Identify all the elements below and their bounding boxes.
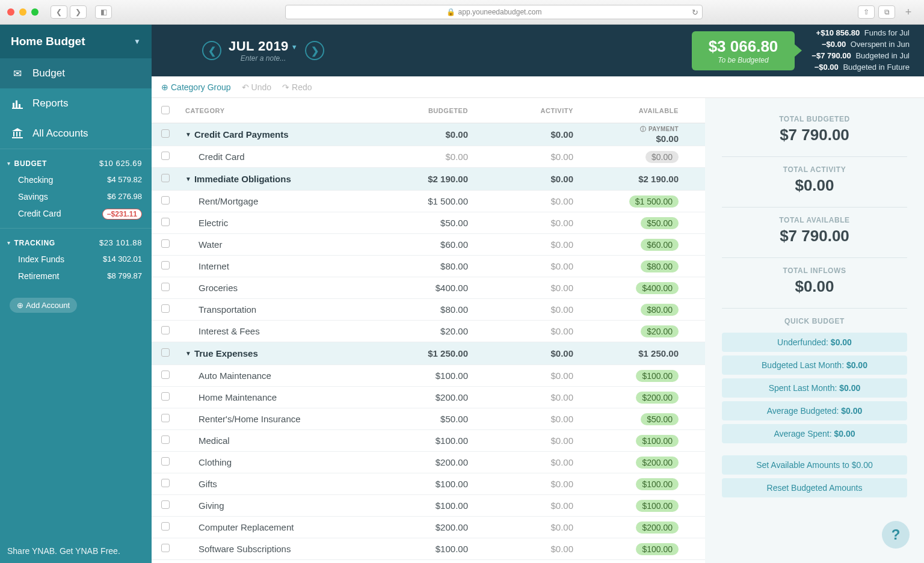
sidebar-footer[interactable]: Share YNAB. Get YNAB Free. xyxy=(0,539,152,563)
available-pill[interactable]: $60.00 xyxy=(641,239,679,251)
category-row[interactable]: Renter's/Home Insurance $50.00 $0.00 $50… xyxy=(152,408,705,430)
available-pill[interactable]: $100.00 xyxy=(636,435,679,447)
collapse-icon[interactable]: ▼ xyxy=(185,350,191,357)
category-row[interactable]: Electric $50.00 $0.00 $50.00 xyxy=(152,212,705,234)
available-pill[interactable]: $50.00 xyxy=(641,413,679,425)
available-pill[interactable]: $100.00 xyxy=(636,500,679,512)
category-row[interactable]: Transportation $80.00 $0.00 $80.00 xyxy=(152,299,705,321)
account-row[interactable]: Index Funds$14 302.01 xyxy=(0,251,152,268)
collapse-icon[interactable]: ▼ xyxy=(185,176,191,182)
budgeted-cell[interactable]: $100.00 xyxy=(380,544,485,554)
add-category-group-button[interactable]: ⊕ Category Group xyxy=(161,82,231,92)
category-row[interactable]: Giving $100.00 $0.00 $100.00 xyxy=(152,495,705,517)
row-checkbox[interactable] xyxy=(161,544,170,552)
budgeted-cell[interactable]: $20.00 xyxy=(380,326,485,336)
budgeted-cell[interactable]: $60.00 xyxy=(380,239,485,250)
row-checkbox[interactable] xyxy=(161,304,170,313)
available-pill[interactable]: $50.00 xyxy=(641,217,679,229)
row-checkbox[interactable] xyxy=(161,414,170,422)
category-row[interactable]: Gifts $100.00 $0.00 $100.00 xyxy=(152,473,705,495)
available-pill[interactable]: $200.00 xyxy=(636,457,679,469)
group-checkbox[interactable] xyxy=(161,348,170,357)
quick-budget-button[interactable]: Underfunded: $0.00 xyxy=(722,333,907,352)
budgeted-cell[interactable]: $100.00 xyxy=(380,500,485,511)
nav-reports[interactable]: Reports xyxy=(0,88,152,118)
available-pill[interactable]: $100.00 xyxy=(636,478,679,490)
quick-budget-button[interactable]: Average Budgeted: $0.00 xyxy=(722,401,907,420)
maximize-window[interactable] xyxy=(31,8,38,16)
row-checkbox[interactable] xyxy=(161,392,170,401)
sidebar-toggle[interactable]: ◧ xyxy=(95,5,112,19)
collapse-icon[interactable]: ▼ xyxy=(185,131,191,138)
next-month-button[interactable]: ❯ xyxy=(305,41,324,60)
account-row[interactable]: Retirement$8 799.87 xyxy=(0,268,152,285)
row-checkbox[interactable] xyxy=(161,522,170,531)
category-row[interactable]: Home Maintenance $200.00 $0.00 $200.00 xyxy=(152,387,705,408)
row-checkbox[interactable] xyxy=(161,326,170,334)
redo-button[interactable]: ↷ Redo xyxy=(282,82,312,92)
category-group-row[interactable]: ▼ True Expenses $1 250.00 $0.00 $1 250.0… xyxy=(152,342,705,365)
url-bar[interactable]: 🔒 app.youneedabudget.com ↻ xyxy=(285,5,703,19)
available-pill[interactable]: $100.00 xyxy=(636,370,679,382)
select-all-checkbox[interactable] xyxy=(161,106,170,114)
row-checkbox[interactable] xyxy=(161,283,170,291)
row-checkbox[interactable] xyxy=(161,261,170,269)
budgeted-cell[interactable]: $200.00 xyxy=(380,522,485,532)
available-pill[interactable]: $200.00 xyxy=(636,392,679,404)
budget-selector[interactable]: Home Budget ▼ xyxy=(0,25,152,58)
category-group-row[interactable]: ▼ Immediate Obligations $2 190.00 $0.00 … xyxy=(152,168,705,191)
month-label[interactable]: JUL 2019▼ xyxy=(229,38,298,54)
undo-button[interactable]: ↶ Undo xyxy=(242,82,271,92)
account-section-header[interactable]: ▾TRACKING$23 101.88 xyxy=(0,233,152,251)
account-row[interactable]: Checking$4 579.82 xyxy=(0,171,152,188)
prev-month-button[interactable]: ❮ xyxy=(202,41,221,60)
quick-budget-action[interactable]: Set Available Amounts to $0.00 xyxy=(722,455,907,475)
budgeted-cell[interactable]: $80.00 xyxy=(380,261,485,271)
row-checkbox[interactable] xyxy=(161,196,170,205)
add-account-button[interactable]: ⊕ Add Account xyxy=(10,298,77,313)
category-row[interactable]: Interest & Fees $20.00 $0.00 $20.00 xyxy=(152,321,705,342)
budgeted-cell[interactable]: $100.00 xyxy=(380,435,485,446)
category-row[interactable]: Water $60.00 $0.00 $60.00 xyxy=(152,234,705,256)
row-checkbox[interactable] xyxy=(161,479,170,487)
available-pill[interactable]: $0.00 xyxy=(645,151,679,163)
available-pill[interactable]: $400.00 xyxy=(636,282,679,294)
category-row[interactable]: Medical $100.00 $0.00 $100.00 xyxy=(152,430,705,452)
new-tab-button[interactable]: + xyxy=(900,6,917,19)
category-row[interactable]: Auto Maintenance $100.00 $0.00 $100.00 xyxy=(152,365,705,387)
budgeted-cell[interactable]: $200.00 xyxy=(380,457,485,467)
quick-budget-button[interactable]: Average Spent: $0.00 xyxy=(722,424,907,443)
account-section-header[interactable]: ▾BUDGET$10 625.69 xyxy=(0,154,152,171)
group-checkbox[interactable] xyxy=(161,129,170,138)
row-checkbox[interactable] xyxy=(161,371,170,379)
row-checkbox[interactable] xyxy=(161,435,170,444)
category-row[interactable]: Software Subscriptions $100.00 $0.00 $10… xyxy=(152,538,705,560)
category-row[interactable]: Credit Card $0.00 $0.00 $0.00 xyxy=(152,146,705,168)
group-checkbox[interactable] xyxy=(161,174,170,182)
category-row[interactable]: Clothing $200.00 $0.00 $200.00 xyxy=(152,452,705,473)
available-pill[interactable]: $80.00 xyxy=(641,304,679,316)
category-row[interactable]: Rent/Mortgage $1 500.00 $0.00 $1 500.00 xyxy=(152,191,705,212)
quick-budget-button[interactable]: Budgeted Last Month: $0.00 xyxy=(722,355,907,375)
row-checkbox[interactable] xyxy=(161,218,170,226)
available-pill[interactable]: $100.00 xyxy=(636,543,679,555)
category-row[interactable]: Computer Replacement $200.00 $0.00 $200.… xyxy=(152,517,705,538)
budgeted-cell[interactable]: $400.00 xyxy=(380,283,485,293)
help-button[interactable]: ? xyxy=(882,521,910,549)
forward-button[interactable]: ❯ xyxy=(70,5,87,19)
account-row[interactable]: Credit Card−$231.11 xyxy=(0,205,152,223)
back-button[interactable]: ❮ xyxy=(51,5,67,19)
row-checkbox[interactable] xyxy=(161,152,170,160)
available-pill[interactable]: $1 500.00 xyxy=(629,195,679,208)
available-pill[interactable]: $200.00 xyxy=(636,521,679,534)
minimize-window[interactable] xyxy=(19,8,26,16)
category-row[interactable]: Groceries $400.00 $0.00 $400.00 xyxy=(152,277,705,299)
budgeted-cell[interactable]: $50.00 xyxy=(380,414,485,424)
reload-icon[interactable]: ↻ xyxy=(692,8,698,17)
budgeted-cell[interactable]: $100.00 xyxy=(380,371,485,381)
budgeted-cell[interactable]: $200.00 xyxy=(380,392,485,402)
budgeted-cell[interactable]: $0.00 xyxy=(380,152,485,162)
row-checkbox[interactable] xyxy=(161,500,170,509)
row-checkbox[interactable] xyxy=(161,457,170,466)
to-be-budgeted[interactable]: $3 066.80 To be Budgeted xyxy=(692,31,795,70)
